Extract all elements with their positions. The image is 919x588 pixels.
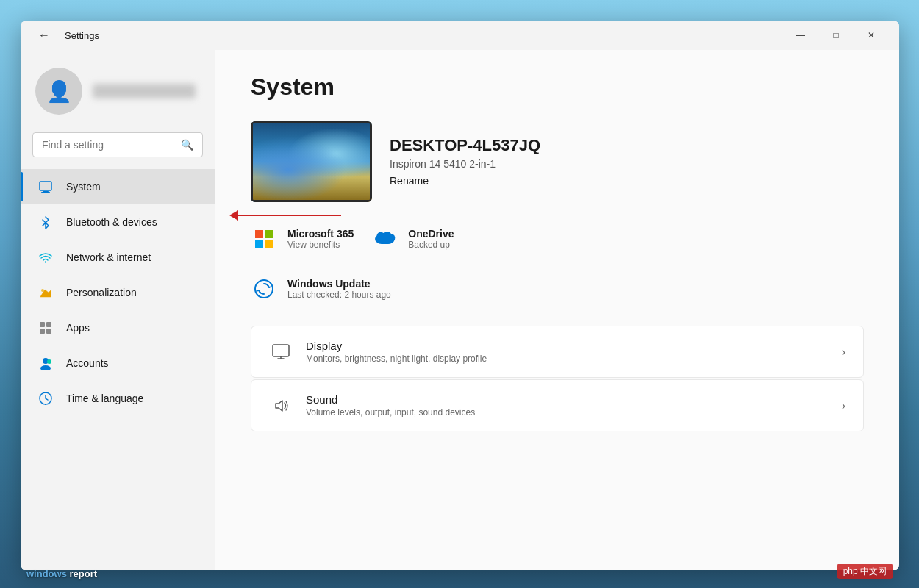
svg-rect-6 bbox=[46, 322, 51, 327]
onedrive-title: OneDrive bbox=[408, 228, 454, 240]
sidebar: 👤 🔍 System bbox=[21, 50, 215, 570]
ms-logo-red bbox=[255, 230, 263, 238]
display-text: Display Monitors, brightness, night ligh… bbox=[306, 340, 829, 364]
svg-point-11 bbox=[47, 359, 51, 364]
device-model: Inspiron 14 5410 2-in-1 bbox=[390, 158, 540, 170]
svg-rect-2 bbox=[41, 192, 50, 193]
svg-point-13 bbox=[45, 392, 46, 393]
windows-update-section[interactable]: Windows Update Last checked: 2 hours ago bbox=[251, 276, 864, 302]
windows-update-icon bbox=[251, 276, 277, 302]
sound-text: Sound Volume levels, output, input, soun… bbox=[306, 393, 829, 417]
quick-link-onedrive[interactable]: OneDrive Backed up bbox=[371, 226, 454, 252]
back-button[interactable]: ← bbox=[32, 26, 56, 45]
title-bar: ← Settings — □ ✕ bbox=[21, 21, 899, 50]
rename-link[interactable]: Rename bbox=[390, 175, 429, 187]
svg-rect-0 bbox=[40, 182, 51, 190]
accounts-icon bbox=[35, 353, 56, 373]
sidebar-item-label-time: Time & language bbox=[66, 392, 143, 404]
user-section: 👤 bbox=[21, 50, 215, 129]
svg-point-10 bbox=[40, 365, 51, 370]
svg-point-15 bbox=[255, 280, 273, 298]
sound-chevron-icon: › bbox=[842, 399, 845, 412]
search-icon: 🔍 bbox=[181, 139, 193, 151]
quick-links: Microsoft 365 View benefits OneDrive Bac… bbox=[251, 226, 864, 252]
device-name: DESKTOP-4L537JQ bbox=[390, 136, 540, 155]
onedrive-subtitle: Backed up bbox=[408, 240, 454, 250]
settings-item-display[interactable]: Display Monitors, brightness, night ligh… bbox=[251, 326, 864, 378]
window-title: Settings bbox=[65, 30, 99, 41]
avatar[interactable]: 👤 bbox=[35, 68, 82, 115]
sidebar-item-label-network: Network & internet bbox=[66, 251, 151, 263]
microsoft365-title: Microsoft 365 bbox=[287, 228, 354, 240]
system-icon bbox=[35, 176, 56, 197]
search-input[interactable] bbox=[42, 139, 174, 151]
close-button[interactable]: ✕ bbox=[855, 24, 887, 47]
sidebar-item-apps[interactable]: Apps bbox=[21, 310, 215, 345]
svg-rect-5 bbox=[40, 322, 45, 327]
device-thumbnail bbox=[251, 121, 372, 202]
quick-link-microsoft365[interactable]: Microsoft 365 View benefits bbox=[251, 226, 354, 252]
svg-point-14 bbox=[45, 404, 46, 405]
device-info: DESKTOP-4L537JQ Inspiron 14 5410 2-in-1 … bbox=[390, 136, 540, 187]
settings-list: Display Monitors, brightness, night ligh… bbox=[251, 326, 864, 431]
window-controls: — □ ✕ bbox=[784, 24, 887, 47]
sidebar-item-label-accounts: Accounts bbox=[66, 357, 109, 369]
user-name-blurred bbox=[93, 84, 196, 98]
display-icon bbox=[269, 340, 293, 364]
ms-logo-yellow bbox=[265, 240, 273, 248]
user-icon: 👤 bbox=[46, 79, 72, 104]
time-icon bbox=[35, 388, 56, 409]
personalization-icon bbox=[35, 282, 56, 303]
ms-logo-green bbox=[265, 230, 273, 238]
apps-icon bbox=[35, 318, 56, 338]
ms-logo-blue bbox=[255, 240, 263, 248]
windows-update-title: Windows Update bbox=[287, 278, 391, 290]
content-area: 👤 🔍 System bbox=[21, 50, 899, 570]
main-content: System DESKTOP-4L537JQ Inspiron 14 5410 … bbox=[215, 50, 899, 570]
display-chevron-icon: › bbox=[842, 345, 845, 359]
network-icon bbox=[35, 247, 56, 268]
maximize-button[interactable]: □ bbox=[820, 24, 852, 47]
onedrive-icon bbox=[371, 226, 398, 252]
sidebar-item-label-system: System bbox=[66, 181, 101, 193]
microsoft365-subtitle: View benefits bbox=[287, 240, 354, 250]
sidebar-item-label-bluetooth: Bluetooth & devices bbox=[66, 216, 157, 228]
microsoft365-text: Microsoft 365 View benefits bbox=[287, 228, 354, 250]
sidebar-item-time[interactable]: Time & language bbox=[21, 381, 215, 416]
svg-point-4 bbox=[41, 289, 44, 292]
title-bar-left: ← Settings bbox=[32, 26, 99, 45]
svg-point-3 bbox=[45, 261, 46, 262]
device-section: DESKTOP-4L537JQ Inspiron 14 5410 2-in-1 … bbox=[251, 121, 864, 202]
sidebar-item-bluetooth[interactable]: Bluetooth & devices bbox=[21, 204, 215, 240]
sound-icon bbox=[269, 394, 293, 417]
onedrive-text: OneDrive Backed up bbox=[408, 228, 454, 250]
watermark-right: php 中文网 bbox=[837, 564, 893, 579]
sidebar-item-network[interactable]: Network & internet bbox=[21, 240, 215, 275]
bluetooth-icon bbox=[35, 212, 56, 232]
settings-window: ← Settings — □ ✕ 👤 🔍 bbox=[21, 21, 899, 570]
svg-rect-8 bbox=[46, 329, 51, 334]
windows-update-subtitle: Last checked: 2 hours ago bbox=[287, 290, 391, 300]
microsoft365-icon bbox=[251, 226, 277, 252]
sidebar-item-label-apps: Apps bbox=[66, 322, 90, 334]
display-title: Display bbox=[306, 340, 829, 352]
sidebar-item-system[interactable]: System bbox=[21, 169, 215, 204]
minimize-button[interactable]: — bbox=[784, 24, 817, 47]
sidebar-item-label-personalization: Personalization bbox=[66, 287, 137, 298]
sound-subtitle: Volume levels, output, input, sound devi… bbox=[306, 407, 829, 417]
sidebar-item-personalization[interactable]: Personalization bbox=[21, 275, 215, 310]
svg-rect-7 bbox=[40, 329, 45, 334]
search-box[interactable]: 🔍 bbox=[32, 132, 203, 157]
windows-update-text: Windows Update Last checked: 2 hours ago bbox=[287, 278, 391, 300]
settings-item-sound[interactable]: Sound Volume levels, output, input, soun… bbox=[251, 379, 864, 431]
device-thumbnail-image bbox=[251, 121, 372, 202]
sidebar-item-accounts[interactable]: Accounts bbox=[21, 345, 215, 381]
svg-rect-16 bbox=[273, 345, 289, 356]
sound-title: Sound bbox=[306, 393, 829, 406]
display-subtitle: Monitors, brightness, night light, displ… bbox=[306, 354, 829, 364]
page-title: System bbox=[251, 74, 864, 101]
